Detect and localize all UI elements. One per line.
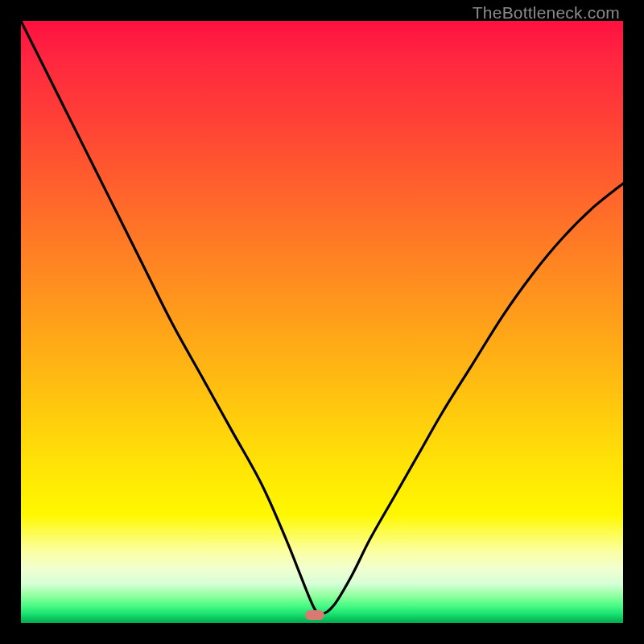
chart-frame: TheBottleneck.com: [0, 0, 644, 644]
plot-area: [21, 21, 623, 623]
optimal-point-marker: [305, 610, 324, 620]
watermark-label: TheBottleneck.com: [473, 3, 620, 23]
bottleneck-curve: [21, 21, 623, 623]
